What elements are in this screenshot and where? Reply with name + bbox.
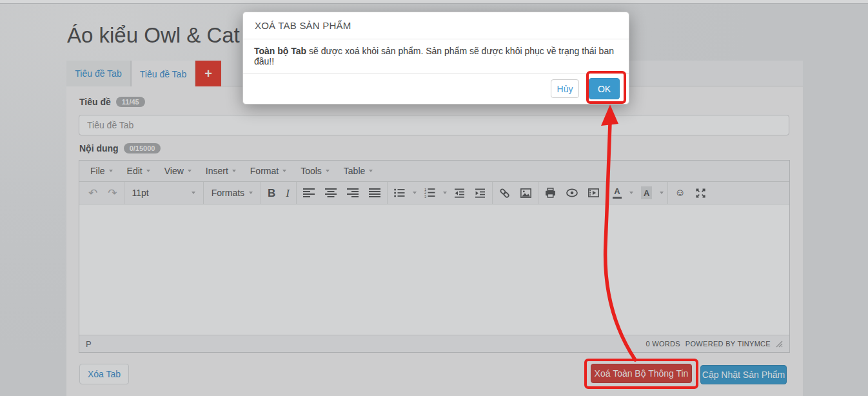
chevron-down-icon[interactable] [657, 182, 666, 204]
chevron-down-icon [326, 170, 330, 172]
page-title: Áo kiểu Owl & Cat ta [67, 23, 263, 48]
image-icon[interactable] [515, 182, 537, 204]
chevron-down-icon [369, 170, 373, 172]
update-button-focus-outline [696, 362, 698, 386]
align-center-icon[interactable] [320, 182, 342, 204]
title-counter-badge: 11/45 [116, 97, 145, 107]
tab-tieu-de-tab-2[interactable]: Tiêu đề Tab [131, 61, 195, 87]
chevron-down-icon [249, 192, 253, 194]
chevron-down-icon[interactable] [440, 182, 449, 204]
ok-button[interactable]: OK [589, 78, 620, 99]
delete-all-info-button[interactable]: Xoá Toàn Bộ Thông Tin [591, 364, 692, 383]
dialog-header: XOÁ TAB SẢN PHẨM [243, 12, 629, 39]
plus-icon: + [204, 66, 212, 81]
preview-icon[interactable] [561, 182, 583, 204]
toolbar-separator [296, 182, 297, 204]
chevron-down-icon[interactable] [410, 182, 419, 204]
redo-icon[interactable]: ↷ [103, 182, 122, 204]
emoticons-icon[interactable]: ☺ [669, 182, 690, 204]
print-icon[interactable] [540, 182, 561, 204]
bold-icon[interactable]: B [262, 182, 281, 204]
formats-select[interactable]: Formats [205, 188, 259, 198]
dialog-title: XOÁ TAB SẢN PHẨM [255, 20, 351, 31]
indent-icon[interactable] [470, 182, 491, 204]
tab-label: Tiêu đề Tab [140, 69, 186, 79]
toolbar-separator [538, 182, 538, 204]
menu-insert[interactable]: Insert [199, 161, 243, 181]
tab-title-input[interactable] [79, 115, 789, 135]
text-color-icon[interactable]: A [607, 182, 627, 204]
element-path-button[interactable]: P [86, 339, 92, 349]
italic-icon[interactable]: I [281, 182, 295, 204]
editor-content-area[interactable] [79, 204, 789, 335]
toolbar-separator [261, 182, 261, 204]
content-counter-badge: 0/15000 [124, 143, 161, 153]
resize-grip-icon[interactable] [776, 341, 783, 348]
title-field-label: Tiêu đề [79, 97, 111, 107]
tinymce-branding[interactable]: POWERED BY TINYMCE [686, 340, 771, 348]
editor-menubar: File Edit View Insert Format Tools Table [79, 161, 789, 182]
add-tab-button[interactable]: + [195, 61, 221, 86]
toolbar-separator [606, 182, 606, 204]
chevron-down-icon [188, 170, 192, 172]
media-icon[interactable] [583, 182, 604, 204]
update-product-button[interactable]: Cập Nhật Sản Phẩm [700, 365, 787, 384]
cancel-button[interactable]: Hủy [551, 79, 579, 98]
toolbar-separator [667, 182, 668, 204]
align-left-icon[interactable] [298, 182, 320, 204]
menu-tools[interactable]: Tools [293, 161, 337, 181]
top-strip [0, 0, 868, 4]
align-justify-icon[interactable] [364, 182, 386, 204]
chevron-down-icon [192, 192, 195, 194]
bullet-list-icon[interactable] [389, 182, 410, 204]
numbered-list-icon[interactable]: 123 [419, 182, 440, 204]
delete-tab-button[interactable]: Xóa Tab [79, 364, 129, 384]
menu-view[interactable]: View [157, 161, 199, 181]
menu-edit[interactable]: Edit [120, 161, 157, 181]
toolbar-separator [203, 182, 204, 204]
menu-file[interactable]: File [83, 161, 120, 181]
fontsize-select[interactable]: 11pt [126, 188, 202, 198]
chevron-down-icon [282, 170, 286, 172]
editor-toolbar: ↶ ↷ 11pt Formats B I [79, 182, 789, 204]
chevron-down-icon[interactable] [627, 182, 636, 204]
dialog-message: Toàn bộ Tab sẽ được xoá khỏi sản phẩm. S… [243, 39, 629, 73]
editor-statusbar: P 0 WORDS POWERED BY TINYMCE [79, 335, 789, 352]
confirm-dialog: XOÁ TAB SẢN PHẨM Toàn bộ Tab sẽ được xoá… [242, 12, 629, 104]
outdent-icon[interactable] [449, 182, 470, 204]
tab-tieu-de-tab-1[interactable]: Tiêu đề Tab [66, 61, 131, 86]
fullscreen-icon[interactable] [691, 182, 711, 204]
undo-icon[interactable]: ↶ [83, 182, 103, 204]
svg-text:3: 3 [424, 195, 426, 198]
content-field-label: Nội dung [79, 143, 119, 153]
chevron-down-icon [109, 170, 113, 172]
link-icon[interactable] [494, 182, 515, 204]
menu-table[interactable]: Table [337, 161, 380, 181]
toolbar-separator [492, 182, 493, 204]
dialog-footer: Hủy OK [243, 73, 629, 104]
background-color-icon[interactable]: A [636, 182, 657, 204]
toolbar-separator [387, 182, 388, 204]
tab-content-panel: Tiêu đề 11/45 Nội dung 0/15000 File Edit… [66, 86, 803, 396]
align-right-icon[interactable] [342, 182, 364, 204]
toolbar-separator [124, 182, 124, 204]
rich-text-editor: File Edit View Insert Format Tools Table… [79, 160, 790, 353]
tab-label: Tiêu đề Tab [75, 68, 121, 79]
word-count: 0 WORDS [646, 340, 680, 348]
menu-format[interactable]: Format [243, 161, 293, 181]
chevron-down-icon [146, 170, 150, 172]
chevron-down-icon [232, 170, 236, 172]
